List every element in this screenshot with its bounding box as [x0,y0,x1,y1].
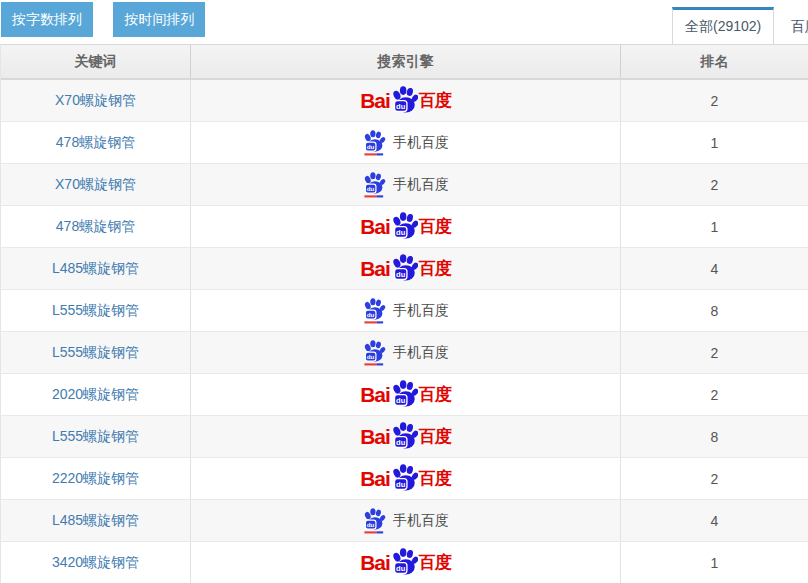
keyword-link[interactable]: 3420螺旋钢管 [52,554,139,572]
rank-cell: 4 [620,248,808,289]
mobile-baidu-icon: du [362,298,386,324]
table-row: 478螺旋钢管 du 手机百度 1 [1,122,808,164]
mobile-baidu-engine: du 手机百度 [362,130,449,156]
keyword-cell: L555螺旋钢管 [1,290,190,331]
mobile-baidu-engine: du 手机百度 [362,340,449,366]
mobile-baidu-icon: du [362,172,386,198]
mobile-baidu-label: 手机百度 [393,134,449,152]
baidu-logo-bai-text: Bai [360,258,390,279]
svg-text:du: du [396,228,406,237]
keyword-link[interactable]: X70螺旋钢管 [55,176,136,194]
rank-value: 8 [711,303,719,319]
engine-cell: du 手机百度 [190,164,620,205]
keyword-cell: 3420螺旋钢管 [1,542,190,583]
baidu-logo: Bai du 百度 [360,464,451,493]
baidu-logo-cn-text: 百度 [419,92,451,109]
keyword-link[interactable]: L485螺旋钢管 [52,512,139,530]
keyword-cell: 2020螺旋钢管 [1,374,190,415]
header-search-engine: 搜索引擎 [190,45,620,78]
table-row: L555螺旋钢管 Bai du 百度 8 [1,416,808,458]
keyword-link[interactable]: 478螺旋钢管 [56,218,135,236]
baidu-logo-cn-text: 百度 [419,386,451,403]
sort-by-time-button[interactable]: 按时间排列 [113,2,205,37]
svg-text:du: du [396,270,406,279]
rank-cell: 2 [620,164,808,205]
baidu-logo-cn-text: 百度 [419,554,451,571]
rank-value: 4 [711,261,719,277]
tab-all[interactable]: 全部(29102) [672,7,774,45]
keyword-link[interactable]: X70螺旋钢管 [55,92,136,110]
baidu-logo-bai-text: Bai [360,384,390,405]
rank-value: 8 [711,429,719,445]
keyword-link[interactable]: L555螺旋钢管 [52,302,139,320]
keyword-cell: 478螺旋钢管 [1,122,190,163]
rank-cell: 8 [620,416,808,457]
table-row: L485螺旋钢管 Bai du 百度 4 [1,248,808,290]
keyword-link[interactable]: L555螺旋钢管 [52,344,139,362]
mobile-baidu-engine: du 手机百度 [362,298,449,324]
keyword-link[interactable]: 478螺旋钢管 [56,134,135,152]
keyword-cell: 2220螺旋钢管 [1,458,190,499]
keyword-cell: L555螺旋钢管 [1,332,190,373]
rank-value: 2 [711,387,719,403]
engine-cell: Bai du 百度 [190,458,620,499]
engine-filter-tabs: 全部(29102) 百度 [672,7,808,45]
baidu-logo-bai-text: Bai [360,552,390,573]
keyword-cell: X70螺旋钢管 [1,164,190,205]
engine-cell: du 手机百度 [190,122,620,163]
table-row: L485螺旋钢管 du 手机百度 4 [1,500,808,542]
svg-text:du: du [367,353,375,360]
mobile-baidu-engine: du 手机百度 [362,508,449,534]
baidu-logo: Bai du 百度 [360,254,451,283]
baidu-logo-cn-text: 百度 [419,260,451,277]
mobile-baidu-engine: du 手机百度 [362,172,449,198]
baidu-logo: Bai du 百度 [360,548,451,577]
mobile-baidu-label: 手机百度 [393,512,449,530]
engine-cell: Bai du 百度 [190,416,620,457]
svg-text:du: du [367,185,375,192]
rank-cell: 1 [620,122,808,163]
baidu-logo: Bai du 百度 [360,86,451,115]
rank-cell: 2 [620,374,808,415]
toolbar: 按字数排列 按时间排列 [1,2,205,37]
engine-cell: du 手机百度 [190,290,620,331]
table-row: 2220螺旋钢管 Bai du 百度 2 [1,458,808,500]
engine-cell: Bai du 百度 [190,374,620,415]
baidu-logo-bai-text: Bai [360,426,390,447]
engine-cell: Bai du 百度 [190,542,620,583]
svg-text:du: du [396,438,406,447]
table-row: 2020螺旋钢管 Bai du 百度 2 [1,374,808,416]
keyword-link[interactable]: L485螺旋钢管 [52,260,139,278]
baidu-logo-cn-text: 百度 [419,470,451,487]
baidu-paw-icon: du [391,212,418,239]
mobile-baidu-label: 手机百度 [393,302,449,320]
rank-value: 2 [711,177,719,193]
engine-cell: Bai du 百度 [190,248,620,289]
svg-text:du: du [367,143,375,150]
baidu-paw-icon: du [391,422,418,449]
svg-text:du: du [396,564,406,573]
header-rank: 排名 [620,45,808,78]
baidu-logo-cn-text: 百度 [419,428,451,445]
engine-cell: du 手机百度 [190,500,620,541]
mobile-baidu-label: 手机百度 [393,344,449,362]
rank-cell: 2 [620,80,808,121]
mobile-baidu-label: 手机百度 [393,176,449,194]
baidu-logo: Bai du 百度 [360,422,451,451]
svg-text:du: du [396,480,406,489]
keyword-link[interactable]: 2020螺旋钢管 [52,386,139,404]
keyword-link[interactable]: 2220螺旋钢管 [52,470,139,488]
mobile-baidu-icon: du [362,130,386,156]
rank-table: 关键词 搜索引擎 排名 X70螺旋钢管 Bai du 百度 2 [0,44,808,583]
rank-cell: 8 [620,290,808,331]
rank-cell: 2 [620,332,808,373]
svg-text:du: du [367,521,375,528]
baidu-logo-bai-text: Bai [360,216,390,237]
keyword-cell: 478螺旋钢管 [1,206,190,247]
svg-text:du: du [396,102,406,111]
keyword-link[interactable]: L555螺旋钢管 [52,428,139,446]
tab-baidu[interactable]: 百度 [779,7,808,45]
sort-by-chars-button[interactable]: 按字数排列 [1,2,93,37]
baidu-paw-icon: du [391,86,418,113]
baidu-paw-icon: du [391,380,418,407]
